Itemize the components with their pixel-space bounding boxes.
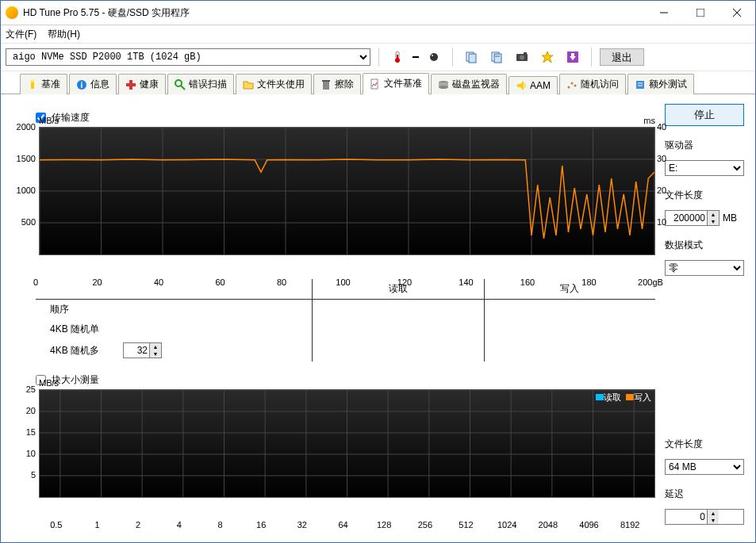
transfer-checkbox[interactable]: 传输速度 — [33, 110, 655, 125]
menubar: 文件(F) 帮助(H) — [1, 25, 755, 44]
options-icon[interactable] — [537, 47, 558, 67]
tab-errorscan[interactable]: 错误扫描 — [167, 74, 234, 94]
svg-marker-17 — [542, 52, 553, 63]
svg-rect-10 — [469, 54, 476, 63]
svg-rect-29 — [322, 80, 330, 82]
minimize-button[interactable] — [646, 1, 682, 25]
svg-point-26 — [175, 80, 182, 86]
tab-health[interactable]: 健康 — [118, 74, 166, 94]
filelen-spinner[interactable]: ▲▼ — [665, 210, 720, 226]
drive-letter-select[interactable]: E: — [665, 160, 744, 176]
spin-down-icon[interactable]: ▼ — [150, 350, 161, 358]
window-title: HD Tune Pro 5.75 - 硬盘/SSD 实用程序 — [23, 6, 646, 20]
tab-filebench[interactable]: 文件基准 — [363, 73, 429, 94]
drive-label: 驱动器 — [665, 139, 744, 152]
svg-point-7 — [430, 53, 438, 61]
svg-rect-6 — [397, 55, 398, 59]
latency-spinner[interactable]: ▲▼ — [665, 509, 744, 525]
titlebar: HD Tune Pro 5.75 - 硬盘/SSD 实用程序 — [1, 1, 755, 25]
screenshot-icon[interactable] — [512, 47, 532, 67]
copy-info-icon[interactable] — [461, 47, 482, 67]
toolbar: aigo NVMe SSD P2000 1TB (1024 gB) 退出 — [1, 44, 755, 71]
tab-info[interactable]: i信息 — [69, 74, 117, 94]
transfer-chart: MB/s ms 50010001500200010203040 — [15, 127, 655, 262]
svg-rect-28 — [323, 82, 329, 90]
svg-rect-1 — [697, 9, 704, 17]
tab-diskmonitor[interactable]: 磁盘监视器 — [431, 74, 507, 94]
copy-results-icon[interactable] — [486, 47, 507, 67]
blocksize-checkbox[interactable]: 块大小测量 — [33, 373, 655, 388]
tab-randomaccess[interactable]: 随机访问 — [559, 74, 626, 94]
tab-benchmark[interactable]: 基准 — [20, 74, 67, 94]
results-table: 读取写入 顺序 4KB 随机单 4KB 随机多 ▲▼ — [36, 279, 655, 361]
tabstrip: 基准 i信息 健康 错误扫描 文件夹使用 擦除 文件基准 磁盘监视器 AAM 随… — [1, 71, 755, 94]
svg-point-37 — [574, 84, 577, 86]
svg-rect-25 — [126, 83, 136, 86]
tab-aam[interactable]: AAM — [508, 76, 558, 94]
svg-rect-30 — [371, 79, 378, 89]
filelen-input[interactable] — [666, 212, 707, 224]
svg-point-21 — [31, 79, 34, 82]
app-icon — [6, 6, 18, 19]
filelen2-select[interactable]: 64 MB — [665, 459, 744, 475]
svg-point-8 — [432, 55, 433, 56]
svg-rect-16 — [524, 52, 527, 55]
drive-select[interactable]: aigo NVMe SSD P2000 1TB (1024 gB) — [6, 48, 370, 66]
maximize-button[interactable] — [682, 1, 719, 25]
svg-rect-38 — [636, 81, 644, 89]
svg-text:i: i — [81, 81, 83, 90]
tab-folderusage[interactable]: 文件夹使用 — [236, 74, 312, 94]
rand-multi-spinner[interactable]: ▲▼ — [123, 342, 162, 358]
svg-point-35 — [568, 86, 570, 88]
filelen2-label: 文件长度 — [665, 438, 744, 451]
stop-button[interactable]: 停止 — [665, 104, 744, 126]
svg-line-27 — [181, 86, 185, 90]
exit-button[interactable]: 退出 — [600, 48, 644, 66]
menu-file[interactable]: 文件(F) — [6, 28, 36, 41]
svg-rect-12 — [494, 54, 501, 63]
row-sequential: 顺序 — [36, 300, 313, 320]
blocksize-chart: MB/s 读取 写入 510152025 — [15, 389, 655, 504]
svg-point-33 — [439, 86, 448, 89]
datamode-label: 数据模式 — [665, 239, 744, 252]
close-button[interactable] — [719, 1, 755, 25]
chart1-unit-left: MB/s — [39, 116, 59, 125]
filelen-label: 文件长度 — [665, 189, 744, 202]
latency-label: 延迟 — [665, 488, 744, 501]
svg-point-15 — [520, 55, 524, 60]
side-panel: 停止 驱动器 E: 文件长度 ▲▼ MB 数据模式 零 文件长度 64 MB 延… — [665, 104, 744, 537]
temperature2-icon[interactable] — [424, 47, 444, 67]
row-4kb-multi: 4KB 随机多 ▲▼ — [36, 339, 313, 361]
spin-up-icon[interactable]: ▲ — [150, 343, 161, 350]
chart2-unit-left: MB/s — [39, 378, 59, 388]
tab-erase[interactable]: 擦除 — [313, 74, 361, 94]
svg-marker-34 — [517, 81, 524, 90]
chart1-unit-right: ms — [643, 116, 655, 125]
rand-multi-input[interactable] — [124, 345, 149, 356]
latency-input[interactable] — [666, 511, 707, 522]
menu-help[interactable]: 帮助(H) — [48, 28, 80, 41]
row-4kb-single: 4KB 随机单 — [36, 319, 313, 339]
datamode-select[interactable]: 零 — [665, 260, 744, 276]
temperature-icon[interactable] — [387, 47, 408, 67]
svg-point-36 — [571, 82, 574, 84]
save-icon[interactable] — [562, 47, 583, 67]
tab-extratests[interactable]: 额外测试 — [627, 74, 694, 94]
